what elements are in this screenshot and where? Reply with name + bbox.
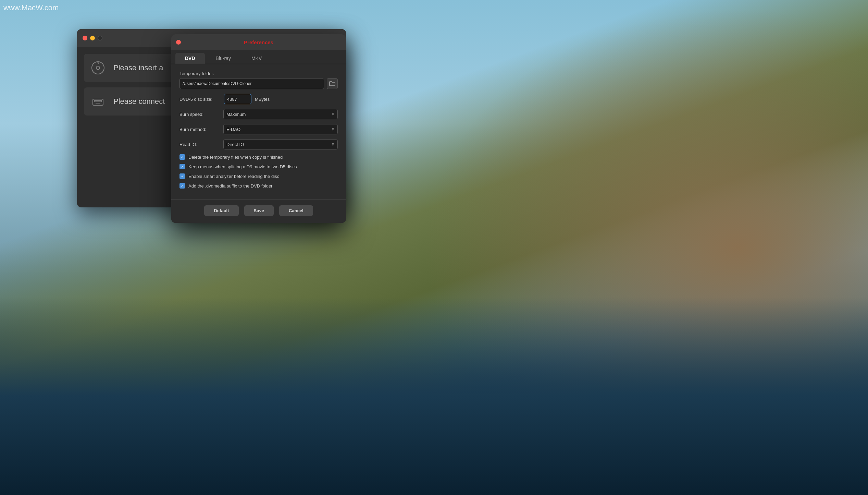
prefs-title: Preferences <box>244 39 273 45</box>
checkbox-1[interactable]: ✓ <box>179 164 185 169</box>
checkbox-row-0: ✓ Delete the temporary files when copy i… <box>179 154 338 160</box>
svg-point-1 <box>96 66 100 70</box>
svg-rect-4 <box>94 100 102 102</box>
burn-speed-select[interactable]: Maximum ⬍ <box>223 109 338 119</box>
maximize-traffic-light[interactable] <box>98 36 102 40</box>
temporary-folder-label: Temporary folder: <box>179 71 338 76</box>
default-button[interactable]: Default <box>204 205 238 216</box>
burn-method-row: Burn method: E-DAO ⬍ <box>179 124 338 134</box>
checkbox-label-1: Keep menus when splitting a D9 movie to … <box>188 164 297 169</box>
svg-text:?: ? <box>97 62 99 66</box>
prefs-content: Temporary folder: DVD-5 disc size: MByte… <box>171 64 346 200</box>
read-io-value: Direct IO <box>226 142 244 147</box>
burn-speed-row: Burn speed: Maximum ⬍ <box>179 109 338 119</box>
svg-rect-3 <box>93 99 103 105</box>
folder-browse-button[interactable] <box>327 78 338 89</box>
read-io-label: Read IO: <box>179 142 221 147</box>
read-io-row: Read IO: Direct IO ⬍ <box>179 139 338 149</box>
disc-icon: ? <box>89 59 107 76</box>
close-traffic-light[interactable] <box>83 36 87 40</box>
read-io-arrow: ⬍ <box>331 142 335 147</box>
tab-dvd[interactable]: DVD <box>175 53 205 64</box>
disc-size-unit: MBytes <box>255 97 270 102</box>
minimize-traffic-light[interactable] <box>90 36 95 40</box>
disc-size-input[interactable] <box>224 94 251 104</box>
burn-method-label: Burn method: <box>179 127 221 132</box>
watermark: www.MacW.com <box>3 3 59 12</box>
burn-method-arrow: ⬍ <box>331 127 335 132</box>
save-button[interactable]: Save <box>244 205 274 216</box>
cancel-button[interactable]: Cancel <box>279 205 313 216</box>
burn-speed-label: Burn speed: <box>179 112 221 117</box>
checkbox-label-3: Add the .dvdmedia suffix to the DVD fold… <box>188 183 272 189</box>
checkbox-2[interactable]: ✓ <box>179 173 185 179</box>
tab-mkv[interactable]: MKV <box>242 53 271 64</box>
prefs-buttons: Default Save Cancel <box>171 200 346 223</box>
checkbox-row-2: ✓ Enable smart analyzer before reading t… <box>179 173 338 179</box>
checkbox-label-2: Enable smart analyzer before reading the… <box>188 174 279 179</box>
connect-drive-text: Please connect <box>113 97 165 106</box>
disc-size-label: DVD-5 disc size: <box>179 97 221 102</box>
read-io-select[interactable]: Direct IO ⬍ <box>223 139 338 149</box>
checkbox-row-3: ✓ Add the .dvdmedia suffix to the DVD fo… <box>179 183 338 189</box>
tab-bluray[interactable]: Blu-ray <box>206 53 240 64</box>
temporary-folder-input[interactable] <box>179 78 324 89</box>
disc-size-row: DVD-5 disc size: MBytes <box>179 94 338 104</box>
checkbox-3[interactable]: ✓ <box>179 183 185 189</box>
checkbox-row-1: ✓ Keep menus when splitting a D9 movie t… <box>179 164 338 169</box>
temporary-folder-row <box>179 78 338 89</box>
checkbox-label-0: Delete the temporary files when copy is … <box>188 155 283 160</box>
checkbox-0[interactable]: ✓ <box>179 154 185 160</box>
preferences-dialog: Preferences DVD Blu-ray MKV Temporary fo… <box>171 34 346 223</box>
insert-disc-text: Please insert a <box>113 63 163 72</box>
prefs-titlebar: Preferences <box>171 34 346 50</box>
burn-method-select[interactable]: E-DAO ⬍ <box>223 124 338 134</box>
burn-speed-value: Maximum <box>226 112 246 117</box>
prefs-tabs: DVD Blu-ray MKV <box>171 50 346 64</box>
burn-method-value: E-DAO <box>226 127 240 132</box>
prefs-close-button[interactable] <box>176 40 181 45</box>
drive-icon <box>89 93 107 110</box>
burn-speed-arrow: ⬍ <box>331 112 335 117</box>
